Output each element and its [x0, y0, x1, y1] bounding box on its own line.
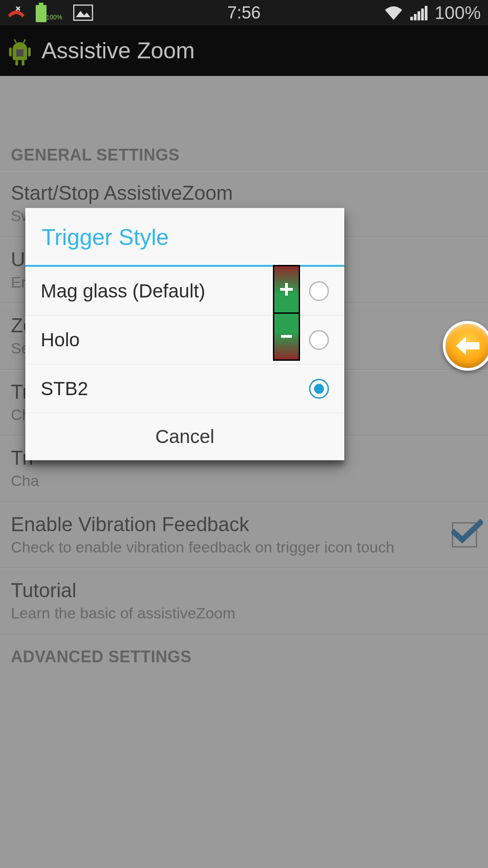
option-label: Holo [41, 329, 309, 351]
android-robot-icon [7, 36, 33, 66]
radio-stb2[interactable] [309, 379, 329, 399]
zoom-in-button[interactable] [274, 266, 299, 314]
svg-rect-10 [28, 47, 31, 57]
radio-mag-glass[interactable] [309, 281, 329, 301]
svg-rect-2 [74, 5, 93, 20]
zoom-strip[interactable] [273, 265, 300, 361]
status-bar: 100% 7:56 [0, 0, 488, 25]
option-label: Mag glass (Default) [41, 280, 309, 302]
svg-rect-6 [421, 9, 424, 20]
picture-icon [73, 5, 93, 21]
svg-rect-11 [15, 60, 18, 66]
svg-rect-15 [16, 49, 23, 57]
action-bar: Assistive Zoom [0, 25, 488, 76]
svg-rect-0 [39, 3, 43, 5]
cancel-button[interactable]: Cancel [25, 413, 344, 460]
radio-holo[interactable] [309, 330, 329, 350]
svg-line-13 [14, 39, 16, 43]
svg-rect-18 [281, 335, 292, 338]
dialog-title: Trigger Style [25, 208, 344, 265]
svg-rect-9 [9, 47, 12, 57]
missed-call-icon [7, 6, 25, 19]
wifi-icon [383, 5, 404, 21]
status-time: 7:56 [227, 3, 261, 23]
svg-rect-7 [425, 6, 427, 20]
option-stb2[interactable]: STB2 [25, 364, 344, 413]
signal-icon [410, 5, 428, 20]
svg-rect-5 [418, 11, 420, 20]
battery-badge-text: 100% [46, 14, 62, 21]
svg-rect-12 [22, 60, 24, 66]
battery-percent-label: 100% [435, 3, 481, 23]
svg-rect-3 [410, 17, 413, 20]
floating-back-button[interactable] [443, 321, 488, 371]
battery-full-icon: 100% [34, 3, 64, 23]
zoom-out-button[interactable] [274, 314, 299, 360]
option-label: STB2 [41, 378, 309, 400]
svg-rect-1 [36, 5, 47, 22]
plus-icon [278, 281, 295, 297]
app-title: Assistive Zoom [42, 38, 195, 64]
svg-rect-4 [414, 14, 417, 20]
modal-scrim[interactable] [0, 76, 488, 868]
minus-icon [278, 328, 295, 344]
svg-rect-17 [280, 288, 293, 291]
svg-line-14 [23, 39, 25, 43]
back-arrow-icon [454, 335, 481, 357]
